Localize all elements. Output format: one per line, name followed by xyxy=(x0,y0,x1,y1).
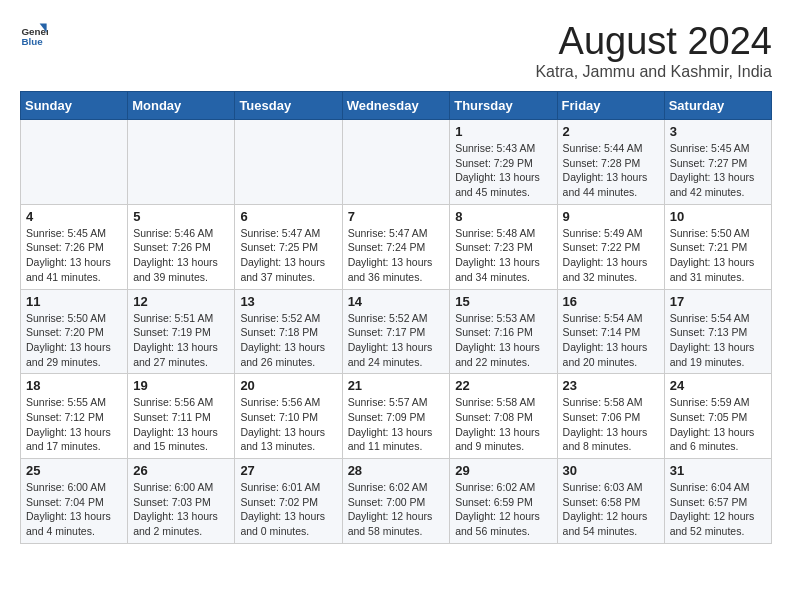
month-year-title: August 2024 xyxy=(535,20,772,63)
day-number: 16 xyxy=(563,294,659,309)
day-info: Sunrise: 5:51 AM Sunset: 7:19 PM Dayligh… xyxy=(133,311,229,370)
day-info: Sunrise: 5:45 AM Sunset: 7:26 PM Dayligh… xyxy=(26,226,122,285)
day-number: 21 xyxy=(348,378,445,393)
day-info: Sunrise: 5:57 AM Sunset: 7:09 PM Dayligh… xyxy=(348,395,445,454)
calendar-cell: 16Sunrise: 5:54 AM Sunset: 7:14 PM Dayli… xyxy=(557,289,664,374)
calendar-cell xyxy=(235,120,342,205)
day-number: 27 xyxy=(240,463,336,478)
calendar-cell: 13Sunrise: 5:52 AM Sunset: 7:18 PM Dayli… xyxy=(235,289,342,374)
day-number: 6 xyxy=(240,209,336,224)
calendar-cell: 3Sunrise: 5:45 AM Sunset: 7:27 PM Daylig… xyxy=(664,120,771,205)
day-info: Sunrise: 5:50 AM Sunset: 7:21 PM Dayligh… xyxy=(670,226,766,285)
day-number: 28 xyxy=(348,463,445,478)
calendar-cell: 30Sunrise: 6:03 AM Sunset: 6:58 PM Dayli… xyxy=(557,459,664,544)
day-info: Sunrise: 5:46 AM Sunset: 7:26 PM Dayligh… xyxy=(133,226,229,285)
calendar-header-row: SundayMondayTuesdayWednesdayThursdayFrid… xyxy=(21,92,772,120)
day-number: 23 xyxy=(563,378,659,393)
day-number: 12 xyxy=(133,294,229,309)
day-info: Sunrise: 5:45 AM Sunset: 7:27 PM Dayligh… xyxy=(670,141,766,200)
day-number: 3 xyxy=(670,124,766,139)
location-title: Katra, Jammu and Kashmir, India xyxy=(535,63,772,81)
day-number: 31 xyxy=(670,463,766,478)
calendar-cell xyxy=(342,120,450,205)
calendar-cell: 24Sunrise: 5:59 AM Sunset: 7:05 PM Dayli… xyxy=(664,374,771,459)
day-info: Sunrise: 6:03 AM Sunset: 6:58 PM Dayligh… xyxy=(563,480,659,539)
day-number: 1 xyxy=(455,124,551,139)
day-number: 11 xyxy=(26,294,122,309)
day-info: Sunrise: 5:58 AM Sunset: 7:06 PM Dayligh… xyxy=(563,395,659,454)
page-header: General Blue August 2024 Katra, Jammu an… xyxy=(20,20,772,81)
day-number: 4 xyxy=(26,209,122,224)
svg-text:Blue: Blue xyxy=(21,36,43,47)
day-number: 29 xyxy=(455,463,551,478)
day-info: Sunrise: 6:02 AM Sunset: 7:00 PM Dayligh… xyxy=(348,480,445,539)
day-info: Sunrise: 5:47 AM Sunset: 7:25 PM Dayligh… xyxy=(240,226,336,285)
calendar-cell: 9Sunrise: 5:49 AM Sunset: 7:22 PM Daylig… xyxy=(557,204,664,289)
day-info: Sunrise: 5:58 AM Sunset: 7:08 PM Dayligh… xyxy=(455,395,551,454)
day-number: 8 xyxy=(455,209,551,224)
day-info: Sunrise: 6:00 AM Sunset: 7:04 PM Dayligh… xyxy=(26,480,122,539)
calendar-cell: 28Sunrise: 6:02 AM Sunset: 7:00 PM Dayli… xyxy=(342,459,450,544)
calendar-cell: 6Sunrise: 5:47 AM Sunset: 7:25 PM Daylig… xyxy=(235,204,342,289)
day-number: 19 xyxy=(133,378,229,393)
calendar-cell: 20Sunrise: 5:56 AM Sunset: 7:10 PM Dayli… xyxy=(235,374,342,459)
calendar-header-sunday: Sunday xyxy=(21,92,128,120)
day-number: 7 xyxy=(348,209,445,224)
calendar-cell: 22Sunrise: 5:58 AM Sunset: 7:08 PM Dayli… xyxy=(450,374,557,459)
day-number: 17 xyxy=(670,294,766,309)
day-number: 30 xyxy=(563,463,659,478)
day-number: 10 xyxy=(670,209,766,224)
calendar-cell: 29Sunrise: 6:02 AM Sunset: 6:59 PM Dayli… xyxy=(450,459,557,544)
day-info: Sunrise: 6:02 AM Sunset: 6:59 PM Dayligh… xyxy=(455,480,551,539)
day-info: Sunrise: 5:52 AM Sunset: 7:17 PM Dayligh… xyxy=(348,311,445,370)
calendar-week-row: 25Sunrise: 6:00 AM Sunset: 7:04 PM Dayli… xyxy=(21,459,772,544)
day-number: 26 xyxy=(133,463,229,478)
day-info: Sunrise: 5:59 AM Sunset: 7:05 PM Dayligh… xyxy=(670,395,766,454)
day-info: Sunrise: 5:56 AM Sunset: 7:11 PM Dayligh… xyxy=(133,395,229,454)
day-info: Sunrise: 5:54 AM Sunset: 7:13 PM Dayligh… xyxy=(670,311,766,370)
day-number: 13 xyxy=(240,294,336,309)
day-info: Sunrise: 6:00 AM Sunset: 7:03 PM Dayligh… xyxy=(133,480,229,539)
calendar-cell: 14Sunrise: 5:52 AM Sunset: 7:17 PM Dayli… xyxy=(342,289,450,374)
calendar-cell: 19Sunrise: 5:56 AM Sunset: 7:11 PM Dayli… xyxy=(128,374,235,459)
day-number: 14 xyxy=(348,294,445,309)
calendar-header-monday: Monday xyxy=(128,92,235,120)
day-number: 22 xyxy=(455,378,551,393)
calendar-cell: 7Sunrise: 5:47 AM Sunset: 7:24 PM Daylig… xyxy=(342,204,450,289)
logo: General Blue xyxy=(20,20,48,48)
calendar-cell: 12Sunrise: 5:51 AM Sunset: 7:19 PM Dayli… xyxy=(128,289,235,374)
calendar-cell: 1Sunrise: 5:43 AM Sunset: 7:29 PM Daylig… xyxy=(450,120,557,205)
calendar-cell: 5Sunrise: 5:46 AM Sunset: 7:26 PM Daylig… xyxy=(128,204,235,289)
calendar-cell xyxy=(21,120,128,205)
calendar-table: SundayMondayTuesdayWednesdayThursdayFrid… xyxy=(20,91,772,544)
day-info: Sunrise: 5:48 AM Sunset: 7:23 PM Dayligh… xyxy=(455,226,551,285)
day-info: Sunrise: 5:52 AM Sunset: 7:18 PM Dayligh… xyxy=(240,311,336,370)
calendar-cell: 21Sunrise: 5:57 AM Sunset: 7:09 PM Dayli… xyxy=(342,374,450,459)
calendar-cell: 4Sunrise: 5:45 AM Sunset: 7:26 PM Daylig… xyxy=(21,204,128,289)
calendar-cell: 15Sunrise: 5:53 AM Sunset: 7:16 PM Dayli… xyxy=(450,289,557,374)
calendar-week-row: 18Sunrise: 5:55 AM Sunset: 7:12 PM Dayli… xyxy=(21,374,772,459)
day-number: 20 xyxy=(240,378,336,393)
calendar-cell: 31Sunrise: 6:04 AM Sunset: 6:57 PM Dayli… xyxy=(664,459,771,544)
day-info: Sunrise: 6:01 AM Sunset: 7:02 PM Dayligh… xyxy=(240,480,336,539)
calendar-header-wednesday: Wednesday xyxy=(342,92,450,120)
day-info: Sunrise: 5:47 AM Sunset: 7:24 PM Dayligh… xyxy=(348,226,445,285)
day-info: Sunrise: 5:54 AM Sunset: 7:14 PM Dayligh… xyxy=(563,311,659,370)
calendar-cell: 18Sunrise: 5:55 AM Sunset: 7:12 PM Dayli… xyxy=(21,374,128,459)
calendar-cell: 27Sunrise: 6:01 AM Sunset: 7:02 PM Dayli… xyxy=(235,459,342,544)
day-info: Sunrise: 6:04 AM Sunset: 6:57 PM Dayligh… xyxy=(670,480,766,539)
day-number: 15 xyxy=(455,294,551,309)
day-number: 25 xyxy=(26,463,122,478)
logo-icon: General Blue xyxy=(20,20,48,48)
calendar-cell: 23Sunrise: 5:58 AM Sunset: 7:06 PM Dayli… xyxy=(557,374,664,459)
day-number: 5 xyxy=(133,209,229,224)
calendar-cell: 25Sunrise: 6:00 AM Sunset: 7:04 PM Dayli… xyxy=(21,459,128,544)
day-number: 9 xyxy=(563,209,659,224)
calendar-cell: 8Sunrise: 5:48 AM Sunset: 7:23 PM Daylig… xyxy=(450,204,557,289)
calendar-body: 1Sunrise: 5:43 AM Sunset: 7:29 PM Daylig… xyxy=(21,120,772,544)
day-info: Sunrise: 5:56 AM Sunset: 7:10 PM Dayligh… xyxy=(240,395,336,454)
day-info: Sunrise: 5:53 AM Sunset: 7:16 PM Dayligh… xyxy=(455,311,551,370)
calendar-cell: 17Sunrise: 5:54 AM Sunset: 7:13 PM Dayli… xyxy=(664,289,771,374)
calendar-cell: 10Sunrise: 5:50 AM Sunset: 7:21 PM Dayli… xyxy=(664,204,771,289)
calendar-cell: 11Sunrise: 5:50 AM Sunset: 7:20 PM Dayli… xyxy=(21,289,128,374)
